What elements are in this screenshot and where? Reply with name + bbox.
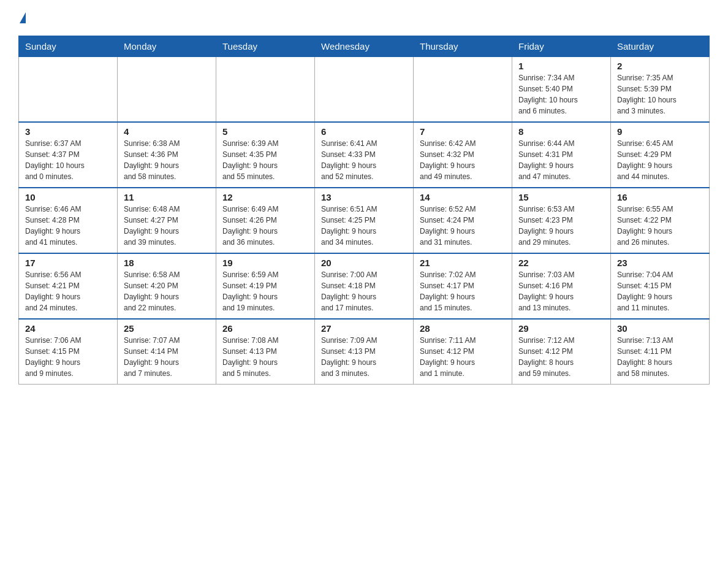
calendar-day-cell: 21Sunrise: 7:02 AMSunset: 4:17 PMDayligh… xyxy=(414,253,512,319)
day-of-week-header: Wednesday xyxy=(315,36,414,57)
day-number: 7 xyxy=(420,126,506,137)
calendar-day-cell: 8Sunrise: 6:44 AMSunset: 4:31 PMDaylight… xyxy=(512,122,611,188)
day-number: 23 xyxy=(617,258,703,268)
calendar-day-cell: 9Sunrise: 6:45 AMSunset: 4:29 PMDaylight… xyxy=(611,122,710,188)
calendar-day-cell: 16Sunrise: 6:55 AMSunset: 4:22 PMDayligh… xyxy=(611,188,710,253)
day-info: Sunrise: 7:07 AMSunset: 4:14 PMDaylight:… xyxy=(124,335,210,379)
calendar-day-cell: 30Sunrise: 7:13 AMSunset: 4:11 PMDayligh… xyxy=(611,319,710,385)
calendar-day-cell xyxy=(315,57,414,123)
day-of-week-header: Saturday xyxy=(611,36,710,57)
calendar-day-cell: 11Sunrise: 6:48 AMSunset: 4:27 PMDayligh… xyxy=(118,188,216,253)
day-number: 1 xyxy=(518,61,604,71)
day-number: 10 xyxy=(25,192,111,202)
day-info: Sunrise: 7:04 AMSunset: 4:15 PMDaylight:… xyxy=(617,269,703,313)
day-number: 20 xyxy=(321,258,407,268)
calendar-week-row: 3Sunrise: 6:37 AMSunset: 4:37 PMDaylight… xyxy=(19,122,710,188)
day-number: 25 xyxy=(124,323,210,334)
day-number: 15 xyxy=(518,192,604,202)
logo-wordmark xyxy=(18,12,26,23)
calendar-day-cell: 4Sunrise: 6:38 AMSunset: 4:36 PMDaylight… xyxy=(118,122,216,188)
day-number: 4 xyxy=(124,126,210,137)
day-info: Sunrise: 7:08 AMSunset: 4:13 PMDaylight:… xyxy=(222,335,308,379)
day-of-week-header: Monday xyxy=(118,36,216,57)
calendar-day-cell: 3Sunrise: 6:37 AMSunset: 4:37 PMDaylight… xyxy=(19,122,118,188)
day-info: Sunrise: 7:06 AMSunset: 4:15 PMDaylight:… xyxy=(25,335,111,379)
calendar-day-cell: 20Sunrise: 7:00 AMSunset: 4:18 PMDayligh… xyxy=(315,253,414,319)
day-number: 12 xyxy=(222,192,308,202)
day-info: Sunrise: 7:03 AMSunset: 4:16 PMDaylight:… xyxy=(518,269,604,313)
day-info: Sunrise: 6:53 AMSunset: 4:23 PMDaylight:… xyxy=(518,204,604,248)
calendar-header-row: SundayMondayTuesdayWednesdayThursdayFrid… xyxy=(19,36,710,57)
calendar-day-cell: 5Sunrise: 6:39 AMSunset: 4:35 PMDaylight… xyxy=(216,122,315,188)
calendar-day-cell: 19Sunrise: 6:59 AMSunset: 4:19 PMDayligh… xyxy=(216,253,315,319)
calendar-day-cell: 27Sunrise: 7:09 AMSunset: 4:13 PMDayligh… xyxy=(315,319,414,385)
logo-triangle-icon xyxy=(20,12,26,23)
day-number: 9 xyxy=(617,126,703,137)
day-number: 29 xyxy=(518,323,604,334)
day-number: 16 xyxy=(617,192,703,202)
logo xyxy=(18,12,26,23)
calendar-day-cell xyxy=(216,57,315,123)
day-number: 5 xyxy=(222,126,308,137)
day-info: Sunrise: 6:55 AMSunset: 4:22 PMDaylight:… xyxy=(617,204,703,248)
calendar-day-cell: 15Sunrise: 6:53 AMSunset: 4:23 PMDayligh… xyxy=(512,188,611,253)
day-number: 3 xyxy=(25,126,111,137)
calendar-day-cell: 17Sunrise: 6:56 AMSunset: 4:21 PMDayligh… xyxy=(19,253,118,319)
day-info: Sunrise: 6:52 AMSunset: 4:24 PMDaylight:… xyxy=(420,204,506,248)
calendar-day-cell: 23Sunrise: 7:04 AMSunset: 4:15 PMDayligh… xyxy=(611,253,710,319)
day-info: Sunrise: 6:48 AMSunset: 4:27 PMDaylight:… xyxy=(124,204,210,248)
calendar-table: SundayMondayTuesdayWednesdayThursdayFrid… xyxy=(18,36,710,385)
day-of-week-header: Thursday xyxy=(414,36,512,57)
day-of-week-header: Tuesday xyxy=(216,36,315,57)
day-number: 22 xyxy=(518,258,604,268)
page-header xyxy=(0,0,728,29)
day-info: Sunrise: 7:02 AMSunset: 4:17 PMDaylight:… xyxy=(420,269,506,313)
calendar-day-cell: 10Sunrise: 6:46 AMSunset: 4:28 PMDayligh… xyxy=(19,188,118,253)
day-number: 30 xyxy=(617,323,703,334)
day-info: Sunrise: 6:37 AMSunset: 4:37 PMDaylight:… xyxy=(25,138,111,182)
calendar-day-cell: 22Sunrise: 7:03 AMSunset: 4:16 PMDayligh… xyxy=(512,253,611,319)
day-info: Sunrise: 7:09 AMSunset: 4:13 PMDaylight:… xyxy=(321,335,407,379)
day-number: 8 xyxy=(518,126,604,137)
day-number: 26 xyxy=(222,323,308,334)
day-info: Sunrise: 6:51 AMSunset: 4:25 PMDaylight:… xyxy=(321,204,407,248)
calendar-day-cell: 28Sunrise: 7:11 AMSunset: 4:12 PMDayligh… xyxy=(414,319,512,385)
day-number: 2 xyxy=(617,61,703,71)
calendar-day-cell: 18Sunrise: 6:58 AMSunset: 4:20 PMDayligh… xyxy=(118,253,216,319)
day-info: Sunrise: 6:42 AMSunset: 4:32 PMDaylight:… xyxy=(420,138,506,182)
calendar-day-cell: 29Sunrise: 7:12 AMSunset: 4:12 PMDayligh… xyxy=(512,319,611,385)
calendar-week-row: 1Sunrise: 7:34 AMSunset: 5:40 PMDaylight… xyxy=(19,57,710,123)
calendar-day-cell xyxy=(19,57,118,123)
day-info: Sunrise: 7:00 AMSunset: 4:18 PMDaylight:… xyxy=(321,269,407,313)
calendar-day-cell: 24Sunrise: 7:06 AMSunset: 4:15 PMDayligh… xyxy=(19,319,118,385)
day-info: Sunrise: 6:56 AMSunset: 4:21 PMDaylight:… xyxy=(25,269,111,313)
day-number: 11 xyxy=(124,192,210,202)
calendar-day-cell xyxy=(118,57,216,123)
day-info: Sunrise: 7:35 AMSunset: 5:39 PMDaylight:… xyxy=(617,72,703,117)
calendar-day-cell: 13Sunrise: 6:51 AMSunset: 4:25 PMDayligh… xyxy=(315,188,414,253)
day-info: Sunrise: 6:38 AMSunset: 4:36 PMDaylight:… xyxy=(124,138,210,182)
day-number: 6 xyxy=(321,126,407,137)
calendar-day-cell: 26Sunrise: 7:08 AMSunset: 4:13 PMDayligh… xyxy=(216,319,315,385)
day-number: 13 xyxy=(321,192,407,202)
day-info: Sunrise: 6:58 AMSunset: 4:20 PMDaylight:… xyxy=(124,269,210,313)
calendar-week-row: 17Sunrise: 6:56 AMSunset: 4:21 PMDayligh… xyxy=(19,253,710,319)
day-info: Sunrise: 6:44 AMSunset: 4:31 PMDaylight:… xyxy=(518,138,604,182)
day-number: 28 xyxy=(420,323,506,334)
day-info: Sunrise: 7:12 AMSunset: 4:12 PMDaylight:… xyxy=(518,335,604,379)
calendar-day-cell xyxy=(414,57,512,123)
calendar-day-cell: 14Sunrise: 6:52 AMSunset: 4:24 PMDayligh… xyxy=(414,188,512,253)
day-info: Sunrise: 7:11 AMSunset: 4:12 PMDaylight:… xyxy=(420,335,506,379)
day-info: Sunrise: 6:45 AMSunset: 4:29 PMDaylight:… xyxy=(617,138,703,182)
calendar-day-cell: 1Sunrise: 7:34 AMSunset: 5:40 PMDaylight… xyxy=(512,57,611,123)
calendar-day-cell: 2Sunrise: 7:35 AMSunset: 5:39 PMDaylight… xyxy=(611,57,710,123)
day-info: Sunrise: 6:49 AMSunset: 4:26 PMDaylight:… xyxy=(222,204,308,248)
day-number: 17 xyxy=(25,258,111,268)
day-number: 18 xyxy=(124,258,210,268)
day-info: Sunrise: 6:46 AMSunset: 4:28 PMDaylight:… xyxy=(25,204,111,248)
day-of-week-header: Friday xyxy=(512,36,611,57)
day-number: 24 xyxy=(25,323,111,334)
calendar-day-cell: 7Sunrise: 6:42 AMSunset: 4:32 PMDaylight… xyxy=(414,122,512,188)
calendar-day-cell: 12Sunrise: 6:49 AMSunset: 4:26 PMDayligh… xyxy=(216,188,315,253)
day-of-week-header: Sunday xyxy=(19,36,118,57)
